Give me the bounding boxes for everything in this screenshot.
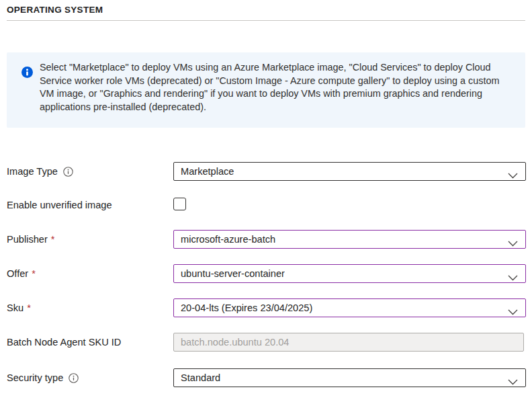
image-type-label: Image Type [7,162,73,181]
offer-dropdown[interactable]: ubuntu-server-container [173,264,526,283]
batch-node-agent-sku-id-label: Batch Node Agent SKU ID [7,333,121,352]
publisher-value: microsoft-azure-batch [181,234,275,245]
chevron-down-icon [508,376,518,388]
batch-node-agent-sku-id-input [173,333,524,352]
enable-unverified-image-checkbox[interactable] [173,198,186,210]
field-row-enable-unverified-image: Enable unverified image [0,196,532,214]
field-row-offer: Offer * ubuntu-server-container [0,264,532,283]
image-type-value: Marketplace [181,166,234,177]
chevron-down-icon [508,306,518,318]
security-type-label: Security type [7,368,79,387]
field-row-publisher: Publisher * microsoft-azure-batch [0,230,532,249]
required-asterisk: * [51,234,55,245]
required-asterisk: * [32,268,36,279]
info-tooltip-icon[interactable] [69,373,79,383]
operating-system-form: OPERATING SYSTEM Select "Marketplace" to… [0,0,532,404]
info-tooltip-icon[interactable] [63,167,73,177]
enable-unverified-image-label: Enable unverified image [7,196,112,214]
chevron-down-icon [508,237,518,249]
sku-value: 20-04-lts (Expires 23/04/2025) [181,302,312,313]
info-icon [21,67,33,78]
field-row-image-type: Image Type Marketplace [0,162,532,181]
sku-dropdown[interactable]: 20-04-lts (Expires 23/04/2025) [173,298,526,317]
security-type-dropdown[interactable]: Standard [173,368,526,387]
offer-value: ubuntu-server-container [181,268,285,279]
info-banner-text: Select "Marketplace" to deploy VMs using… [40,61,507,114]
image-type-dropdown[interactable]: Marketplace [173,162,526,181]
required-asterisk: * [27,302,31,313]
section-title: OPERATING SYSTEM [7,5,103,15]
chevron-down-icon [508,169,518,181]
offer-label: Offer * [7,264,36,283]
chevron-down-icon [508,272,518,284]
section-divider [7,20,525,21]
field-row-security-type: Security type Standard [0,368,532,387]
info-banner: Select "Marketplace" to deploy VMs using… [7,52,525,128]
sku-label: Sku * [7,298,31,317]
security-type-value: Standard [181,372,220,383]
field-row-batch-node-agent-sku-id: Batch Node Agent SKU ID [0,333,532,352]
publisher-label: Publisher * [7,230,55,249]
field-row-sku: Sku * 20-04-lts (Expires 23/04/2025) [0,298,532,317]
publisher-dropdown[interactable]: microsoft-azure-batch [173,230,526,249]
